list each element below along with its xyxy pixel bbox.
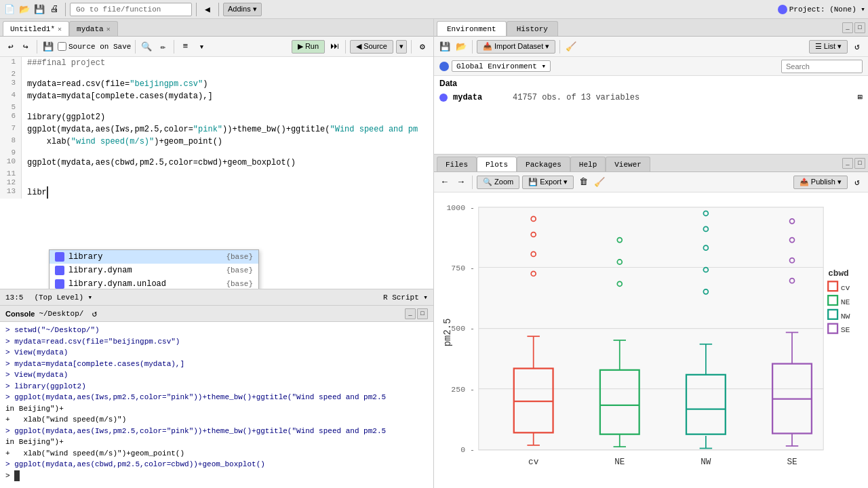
- print-icon[interactable]: 🖨: [47, 3, 61, 16]
- goto-file-input[interactable]: Go to file/function: [70, 3, 192, 16]
- publish-button[interactable]: 📤 Publish ▾: [793, 176, 848, 189]
- source-on-save-label[interactable]: Source on Save: [58, 42, 131, 51]
- svg-text:NW: NW: [701, 457, 711, 467]
- console-line-2: > mydata=read.csv(file="beijingpm.csv"): [5, 336, 428, 348]
- left-panel: Untitled1* ✕ mydata ✕ ↩ ↪ 💾 Source on Sa…: [0, 19, 434, 488]
- code-line-6: 6 library(ggplot2): [0, 111, 433, 123]
- code-line-8: 8 xlab("wind speed(m/s)")+geom_point(): [0, 136, 433, 148]
- code-line-10: 10 ggplot(mydata,aes(cbwd,pm2.5,color=cb…: [0, 157, 433, 169]
- env-grid-icon-mydata[interactable]: ⊞: [858, 92, 863, 102]
- tab-viewer[interactable]: Viewer: [606, 157, 650, 171]
- code-fold-icon[interactable]: ▾: [195, 40, 208, 54]
- console-path: ~/Desktop/: [39, 310, 83, 318]
- new-file-icon[interactable]: 📄: [3, 3, 16, 16]
- line-num-1: 1: [0, 57, 22, 69]
- open-file-icon[interactable]: 📂: [18, 3, 31, 16]
- plot-delete-icon[interactable]: 🗑: [576, 176, 590, 189]
- code-section-icon[interactable]: ≡: [178, 40, 192, 54]
- plot-minimize-btn[interactable]: _: [842, 158, 853, 169]
- tab-mydata-close[interactable]: ✕: [106, 25, 111, 33]
- env-window-controls: _ □: [842, 22, 868, 33]
- console-line-7: > ggplot(mydata,aes(Iws,pm2.5,color="pin…: [5, 392, 428, 403]
- editor-toolbar: ↩ ↪ 💾 Source on Save 🔍 ✏ ≡ ▾ ▶ Run ⏭ ◀ S…: [0, 37, 433, 57]
- import-dataset-button[interactable]: 📥 Import Dataset ▾: [477, 40, 555, 54]
- env-refresh-icon[interactable]: ↺: [850, 40, 864, 54]
- line-content-10: ggplot(mydata,aes(cbwd,pm2.5,color=cbwd)…: [22, 157, 433, 169]
- code-line-3: 3 mydata=read.csv(file="beijingpm.csv"): [0, 78, 433, 90]
- line-num-7: 7: [0, 123, 22, 136]
- env-load-icon[interactable]: 📂: [454, 40, 468, 54]
- run-button[interactable]: ▶ Run: [292, 40, 325, 54]
- console-minimize-btn[interactable]: _: [405, 308, 416, 319]
- project-label[interactable]: Project: (None) ▾: [789, 5, 865, 14]
- line-num-4: 4: [0, 90, 22, 102]
- tab-files[interactable]: Files: [437, 157, 477, 171]
- autocomplete-item-librarydynam[interactable]: library.dynam {base}: [50, 264, 258, 277]
- tab-environment-label: Environment: [447, 25, 496, 33]
- ac-label-library: library: [68, 252, 102, 262]
- export-button[interactable]: 💾 Export ▾: [522, 176, 574, 189]
- line-num-12: 12: [0, 178, 22, 186]
- console-line-6: > library(ggplot2): [5, 381, 428, 392]
- env-save-icon[interactable]: 💾: [438, 40, 452, 54]
- autocomplete-item-librarydynamunload[interactable]: library.dynam.unload {base}: [50, 277, 258, 289]
- plot-refresh-icon[interactable]: ↺: [850, 176, 864, 189]
- console-refresh-icon[interactable]: ↺: [87, 307, 101, 321]
- plot-broom-icon[interactable]: 🧹: [593, 176, 606, 189]
- undo-icon[interactable]: ↩: [4, 40, 18, 54]
- import-dataset-icon: 📥: [483, 42, 492, 50]
- env-broom-icon[interactable]: 🧹: [564, 40, 578, 54]
- ac-badge-librarydynamunload: {base}: [226, 280, 253, 288]
- env-maximize-btn[interactable]: □: [854, 22, 865, 33]
- boxplot-container: 1000 - 750 - 500 - 250 - 0 - pm2.5: [434, 192, 868, 488]
- spell-check-icon[interactable]: ✏: [156, 40, 170, 54]
- code-editor[interactable]: 1 ###final project 2 3 mydata=read.csv(f…: [0, 57, 433, 289]
- tab-untitled1[interactable]: Untitled1* ✕: [3, 21, 69, 36]
- tab-history[interactable]: History: [507, 21, 558, 36]
- back-arrow-icon[interactable]: ◀: [201, 3, 214, 16]
- env-minimize-btn[interactable]: _: [842, 22, 853, 33]
- console-header: Console ~/Desktop/ ↺ _ □: [0, 306, 433, 322]
- source-on-save-checkbox[interactable]: [58, 42, 66, 51]
- addins-button[interactable]: Addins ▾: [223, 3, 262, 16]
- svg-text:NE: NE: [841, 298, 850, 306]
- tab-untitled1-close[interactable]: ✕: [58, 25, 62, 33]
- tab-mydata[interactable]: mydata ✕: [69, 21, 118, 36]
- zoom-button[interactable]: 🔍 Zoom: [477, 176, 519, 189]
- save-icon[interactable]: 💾: [33, 3, 46, 16]
- env-content: Data mydata 41757 obs. of 13 variables ⊞: [434, 76, 868, 154]
- svg-text:cbwd: cbwd: [828, 268, 849, 279]
- tab-packages[interactable]: Packages: [517, 157, 570, 171]
- line-num-8: 8: [0, 136, 22, 148]
- env-div1: [472, 40, 473, 54]
- list-view-button[interactable]: ☰ List ▾: [809, 40, 848, 54]
- scope-dropdown[interactable]: (Top Level) ▾: [34, 293, 92, 302]
- tab-plots[interactable]: Plots: [477, 157, 517, 171]
- env-tab-bar: Environment History _ □: [434, 19, 868, 37]
- save-editor-icon[interactable]: 💾: [41, 40, 55, 54]
- console-content[interactable]: > setwd("~/Desktop/") > mydata=read.csv(…: [0, 322, 433, 488]
- plot-forward-icon[interactable]: →: [454, 176, 468, 189]
- run-next-icon[interactable]: ⏭: [328, 40, 341, 54]
- global-env-select[interactable]: Global Environment ▾: [452, 60, 551, 72]
- toolbar-div2: [135, 40, 136, 54]
- gear-icon[interactable]: ⚙: [416, 40, 429, 54]
- redo-icon[interactable]: ↪: [19, 40, 33, 54]
- autocomplete-dropdown[interactable]: library {base} library.dynam {base} libr…: [49, 249, 259, 289]
- console-maximize-btn[interactable]: □: [417, 308, 428, 319]
- tab-environment[interactable]: Environment: [437, 21, 507, 36]
- plot-maximize-btn[interactable]: □: [854, 158, 865, 169]
- line-content-3: mydata=read.csv(file="beijingpm.csv"): [22, 78, 433, 90]
- script-type-label[interactable]: R Script ▾: [383, 293, 428, 302]
- svg-text:750 -: 750 -: [451, 264, 475, 272]
- search-icon[interactable]: 🔍: [140, 40, 153, 54]
- source-button[interactable]: ◀ Source: [350, 40, 393, 54]
- source-dropdown-button[interactable]: ▾: [396, 40, 407, 54]
- tab-help[interactable]: Help: [570, 157, 606, 171]
- autocomplete-item-library[interactable]: library {base}: [50, 250, 258, 264]
- plot-back-icon[interactable]: ←: [438, 176, 452, 189]
- line-num-10: 10: [0, 157, 22, 169]
- code-line-9: 9: [0, 148, 433, 157]
- main-layout: Untitled1* ✕ mydata ✕ ↩ ↪ 💾 Source on Sa…: [0, 19, 868, 488]
- env-search-input[interactable]: [781, 60, 863, 73]
